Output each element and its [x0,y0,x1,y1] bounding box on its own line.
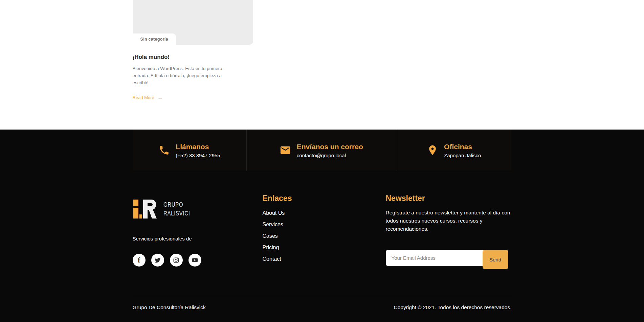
contact-strip: Llámanos (+52) 33 3947 2955 Envíanos un … [133,130,512,171]
company-name: Grupo De Consultoría Ralisvick [133,304,206,322]
contact-call-text: Llámanos (+52) 33 3947 2955 [176,142,220,158]
twitter-icon [154,257,161,263]
contact-call-title: Llámanos [176,142,220,151]
twitter-button[interactable] [151,254,164,267]
footer: Llámanos (+52) 33 3947 2955 Envíanos un … [0,130,644,322]
newsletter-description: Regístrate a nuestro newsletter y manten… [386,209,512,233]
envelope-icon [280,144,291,156]
footer-bottom-bar: Grupo De Consultoría Ralisvick Copyright… [133,296,512,322]
footer-links-column: Enlaces About Us Services Cases Pricing … [263,194,386,296]
send-button[interactable]: Send [483,250,508,269]
facebook-button[interactable]: f [133,254,146,267]
contact-call-block: Llámanos (+52) 33 3947 2955 [133,130,246,171]
footer-link-services[interactable]: Services [263,222,283,227]
contact-phone-number: (+52) 33 3947 2955 [176,153,220,158]
logo-wordmark: GRUPO RALISVICI [163,200,190,218]
youtube-button[interactable] [188,254,201,267]
post-category-tag[interactable]: Sin categoría [133,33,176,45]
newsletter-form: Send [386,250,508,269]
footer-nav: About Us Services Cases Pricing Contact [263,210,386,262]
gr-logo-mark [133,198,159,220]
blog-post-card: Sin categoría ¡Hola mundo! Bienvenido a … [133,0,253,100]
newsletter-column: Newsletter Regístrate a nuestro newslett… [386,194,512,296]
post-title[interactable]: ¡Hola mundo! [133,54,253,61]
email-input[interactable] [386,250,485,266]
contact-office-title: Oficinas [444,142,481,151]
read-more-link[interactable]: Read More → [133,95,163,100]
contact-office-location: Zapopan Jalisco [444,153,481,158]
post-excerpt: Bienvenido a WordPress. Esta es tu prime… [133,65,229,86]
blog-section: Sin categoría ¡Hola mundo! Bienvenido a … [0,0,644,130]
contact-email-title: Envíanos un correo [297,142,363,151]
newsletter-heading: Newsletter [386,194,512,203]
facebook-icon: f [138,257,140,264]
footer-link-contact[interactable]: Contact [263,256,281,262]
site-logo[interactable]: GRUPO RALISVICI [133,198,198,220]
contact-email-text: Envíanos un correo contacto@grupo.local [297,142,363,158]
phone-icon [158,144,170,156]
links-heading: Enlaces [263,194,386,203]
contact-office-block: Oficinas Zapopan Jalisco [396,130,512,171]
footer-widgets: GRUPO RALISVICI Servicios profesionales … [133,171,512,296]
youtube-icon [192,257,198,263]
footer-brand-column: GRUPO RALISVICI Servicios profesionales … [133,194,263,296]
footer-tagline: Servicios profesionales de [133,236,263,242]
instagram-icon [173,257,179,263]
footer-link-cases[interactable]: Cases [263,233,278,239]
instagram-button[interactable] [170,254,183,267]
social-links: f [133,254,263,267]
read-more-label: Read More [133,95,154,100]
copyright-text: Copyright © 2021. Todos los derechos res… [394,304,511,322]
contact-email-address: contacto@grupo.local [297,153,363,158]
location-pin-icon [427,144,438,156]
footer-link-about[interactable]: About Us [263,210,285,216]
footer-link-pricing[interactable]: Pricing [263,245,279,250]
contact-office-text: Oficinas Zapopan Jalisco [444,142,481,158]
contact-email-block: Envíanos un correo contacto@grupo.local [246,130,396,171]
arrow-right-icon: → [158,95,163,100]
post-thumbnail[interactable]: Sin categoría [133,0,253,45]
